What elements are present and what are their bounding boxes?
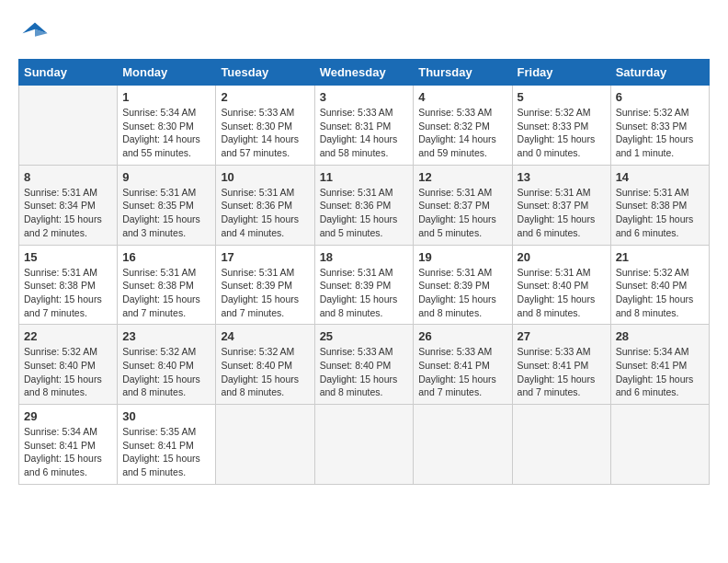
- day-info: Sunrise: 5:33 AMSunset: 8:32 PMDaylight:…: [418, 106, 506, 160]
- calendar-day-cell: 21 Sunrise: 5:32 AMSunset: 8:40 PMDaylig…: [610, 245, 709, 325]
- day-number: 30: [122, 409, 210, 423]
- day-info: Sunrise: 5:31 AMSunset: 8:36 PMDaylight:…: [320, 186, 409, 240]
- day-number: 21: [616, 250, 704, 264]
- day-number: 24: [221, 329, 309, 343]
- day-number: 29: [24, 409, 112, 423]
- calendar-day-cell: 8 Sunrise: 5:31 AMSunset: 8:34 PMDayligh…: [19, 165, 118, 245]
- day-number: 20: [518, 250, 606, 264]
- calendar-day-cell: 19 Sunrise: 5:31 AMSunset: 8:39 PMDaylig…: [414, 245, 512, 325]
- calendar-day-cell: 15 Sunrise: 5:31 AMSunset: 8:38 PMDaylig…: [19, 245, 118, 325]
- day-info: Sunrise: 5:31 AMSunset: 8:36 PMDaylight:…: [221, 186, 309, 240]
- day-info: Sunrise: 5:34 AMSunset: 8:41 PMDaylight:…: [24, 425, 112, 479]
- weekday-header-row: SundayMondayTuesdayWednesdayThursdayFrid…: [19, 60, 710, 86]
- day-info: Sunrise: 5:31 AMSunset: 8:38 PMDaylight:…: [616, 186, 704, 240]
- calendar-day-cell: 25 Sunrise: 5:33 AMSunset: 8:40 PMDaylig…: [314, 325, 414, 405]
- calendar-day-cell: 1 Sunrise: 5:34 AMSunset: 8:30 PMDayligh…: [118, 86, 216, 166]
- calendar-week-row: 8 Sunrise: 5:31 AMSunset: 8:34 PMDayligh…: [19, 165, 710, 245]
- day-number: 4: [418, 90, 506, 104]
- calendar-day-cell: 3 Sunrise: 5:33 AMSunset: 8:31 PMDayligh…: [314, 86, 414, 166]
- empty-cell: [19, 86, 118, 166]
- empty-cell: [414, 405, 512, 485]
- day-number: 1: [122, 90, 210, 104]
- calendar-day-cell: 23 Sunrise: 5:32 AMSunset: 8:40 PMDaylig…: [118, 325, 216, 405]
- calendar-day-cell: 6 Sunrise: 5:32 AMSunset: 8:33 PMDayligh…: [610, 86, 709, 166]
- calendar-day-cell: 24 Sunrise: 5:32 AMSunset: 8:40 PMDaylig…: [216, 325, 314, 405]
- calendar-day-cell: 18 Sunrise: 5:31 AMSunset: 8:39 PMDaylig…: [314, 245, 414, 325]
- day-number: 9: [122, 170, 210, 184]
- day-info: Sunrise: 5:31 AMSunset: 8:37 PMDaylight:…: [518, 186, 606, 240]
- calendar-week-row: 29 Sunrise: 5:34 AMSunset: 8:41 PMDaylig…: [19, 405, 710, 485]
- day-number: 12: [418, 170, 506, 184]
- day-number: 19: [418, 250, 506, 264]
- logo: [18, 18, 55, 52]
- day-info: Sunrise: 5:31 AMSunset: 8:34 PMDaylight:…: [24, 186, 112, 240]
- weekday-header: Saturday: [610, 60, 709, 86]
- day-info: Sunrise: 5:31 AMSunset: 8:39 PMDaylight:…: [221, 266, 309, 320]
- day-info: Sunrise: 5:32 AMSunset: 8:40 PMDaylight:…: [122, 345, 210, 399]
- calendar-day-cell: 30 Sunrise: 5:35 AMSunset: 8:41 PMDaylig…: [118, 405, 216, 485]
- empty-cell: [216, 405, 314, 485]
- calendar-day-cell: 10 Sunrise: 5:31 AMSunset: 8:36 PMDaylig…: [216, 165, 314, 245]
- page-header: [18, 18, 710, 52]
- day-info: Sunrise: 5:33 AMSunset: 8:41 PMDaylight:…: [418, 345, 506, 399]
- day-info: Sunrise: 5:34 AMSunset: 8:41 PMDaylight:…: [616, 345, 704, 399]
- day-info: Sunrise: 5:32 AMSunset: 8:40 PMDaylight:…: [616, 266, 704, 320]
- logo-icon: [18, 18, 51, 52]
- day-number: 14: [616, 170, 704, 184]
- day-number: 8: [24, 170, 112, 184]
- calendar-week-row: 1 Sunrise: 5:34 AMSunset: 8:30 PMDayligh…: [19, 86, 710, 166]
- day-number: 5: [518, 90, 606, 104]
- day-number: 2: [221, 90, 309, 104]
- empty-cell: [314, 405, 414, 485]
- calendar-day-cell: 13 Sunrise: 5:31 AMSunset: 8:37 PMDaylig…: [512, 165, 610, 245]
- day-info: Sunrise: 5:31 AMSunset: 8:38 PMDaylight:…: [122, 266, 210, 320]
- weekday-header: Thursday: [414, 60, 512, 86]
- day-info: Sunrise: 5:32 AMSunset: 8:33 PMDaylight:…: [616, 106, 704, 160]
- calendar-day-cell: 22 Sunrise: 5:32 AMSunset: 8:40 PMDaylig…: [19, 325, 118, 405]
- calendar-day-cell: 5 Sunrise: 5:32 AMSunset: 8:33 PMDayligh…: [512, 86, 610, 166]
- empty-cell: [512, 405, 610, 485]
- day-number: 25: [320, 329, 409, 343]
- weekday-header: Sunday: [19, 60, 118, 86]
- weekday-header: Friday: [512, 60, 610, 86]
- day-number: 26: [418, 329, 506, 343]
- day-info: Sunrise: 5:33 AMSunset: 8:31 PMDaylight:…: [320, 106, 409, 160]
- calendar-day-cell: 14 Sunrise: 5:31 AMSunset: 8:38 PMDaylig…: [610, 165, 709, 245]
- empty-cell: [610, 405, 709, 485]
- calendar-day-cell: 17 Sunrise: 5:31 AMSunset: 8:39 PMDaylig…: [216, 245, 314, 325]
- day-info: Sunrise: 5:31 AMSunset: 8:38 PMDaylight:…: [24, 266, 112, 320]
- day-info: Sunrise: 5:32 AMSunset: 8:33 PMDaylight:…: [518, 106, 606, 160]
- day-number: 27: [518, 329, 606, 343]
- day-info: Sunrise: 5:32 AMSunset: 8:40 PMDaylight:…: [24, 345, 112, 399]
- calendar-day-cell: 16 Sunrise: 5:31 AMSunset: 8:38 PMDaylig…: [118, 245, 216, 325]
- day-number: 28: [616, 329, 704, 343]
- day-info: Sunrise: 5:31 AMSunset: 8:39 PMDaylight:…: [320, 266, 409, 320]
- calendar-day-cell: 28 Sunrise: 5:34 AMSunset: 8:41 PMDaylig…: [610, 325, 709, 405]
- calendar-week-row: 15 Sunrise: 5:31 AMSunset: 8:38 PMDaylig…: [19, 245, 710, 325]
- day-info: Sunrise: 5:33 AMSunset: 8:30 PMDaylight:…: [221, 106, 309, 160]
- day-number: 15: [24, 250, 112, 264]
- calendar-day-cell: 29 Sunrise: 5:34 AMSunset: 8:41 PMDaylig…: [19, 405, 118, 485]
- day-number: 17: [221, 250, 309, 264]
- day-info: Sunrise: 5:33 AMSunset: 8:41 PMDaylight:…: [518, 345, 606, 399]
- calendar-day-cell: 20 Sunrise: 5:31 AMSunset: 8:40 PMDaylig…: [512, 245, 610, 325]
- day-number: 3: [320, 90, 409, 104]
- calendar-day-cell: 4 Sunrise: 5:33 AMSunset: 8:32 PMDayligh…: [414, 86, 512, 166]
- day-info: Sunrise: 5:35 AMSunset: 8:41 PMDaylight:…: [122, 425, 210, 479]
- calendar-table: SundayMondayTuesdayWednesdayThursdayFrid…: [18, 59, 710, 485]
- calendar-day-cell: 9 Sunrise: 5:31 AMSunset: 8:35 PMDayligh…: [118, 165, 216, 245]
- day-number: 13: [518, 170, 606, 184]
- calendar-day-cell: 26 Sunrise: 5:33 AMSunset: 8:41 PMDaylig…: [414, 325, 512, 405]
- calendar-day-cell: 12 Sunrise: 5:31 AMSunset: 8:37 PMDaylig…: [414, 165, 512, 245]
- weekday-header: Monday: [118, 60, 216, 86]
- calendar-day-cell: 11 Sunrise: 5:31 AMSunset: 8:36 PMDaylig…: [314, 165, 414, 245]
- day-info: Sunrise: 5:31 AMSunset: 8:40 PMDaylight:…: [518, 266, 606, 320]
- day-number: 22: [24, 329, 112, 343]
- day-number: 18: [320, 250, 409, 264]
- day-number: 10: [221, 170, 309, 184]
- day-number: 11: [320, 170, 409, 184]
- day-info: Sunrise: 5:33 AMSunset: 8:40 PMDaylight:…: [320, 345, 409, 399]
- weekday-header: Wednesday: [314, 60, 414, 86]
- day-number: 16: [122, 250, 210, 264]
- day-number: 6: [616, 90, 704, 104]
